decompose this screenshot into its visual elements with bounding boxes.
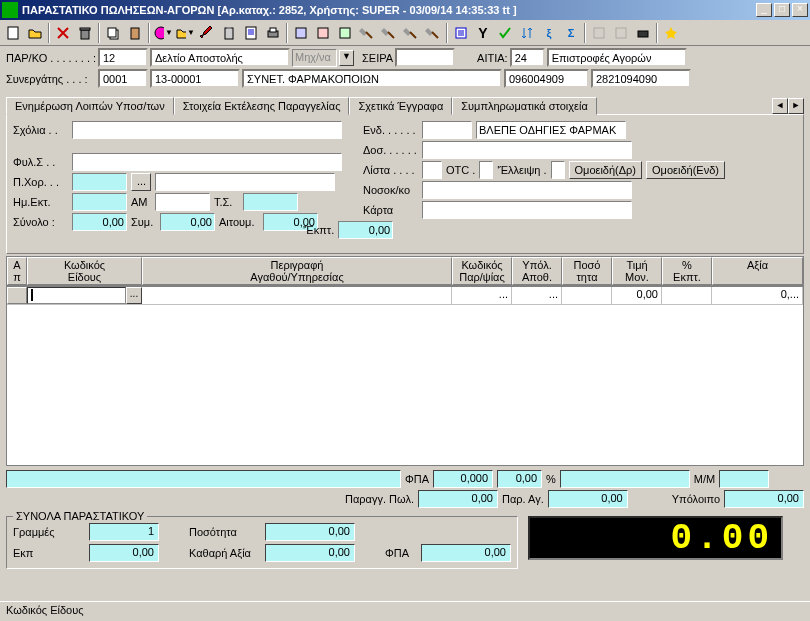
num2-input[interactable] xyxy=(591,69,691,88)
parag-value: 0,00 xyxy=(548,490,628,508)
grid-body[interactable]: ... ... ... 0,00 0,... xyxy=(6,286,804,466)
window-title: ΠΑΡΑΣΤΑΤΙΚΟ ΠΩΛΗΣΕΩΝ-ΑΓΟΡΩΝ [Αρ.καταχ.: … xyxy=(22,4,756,16)
list-icon[interactable] xyxy=(450,22,472,44)
col-timi[interactable]: Τιμή Μον. xyxy=(612,257,662,285)
sigma-icon[interactable]: Σ xyxy=(560,22,582,44)
open-icon[interactable] xyxy=(24,22,46,44)
star-icon[interactable] xyxy=(660,22,682,44)
vlepe-input[interactable] xyxy=(476,121,626,139)
col-pekpt[interactable]: % Εκπτ. xyxy=(662,257,712,285)
svg-rect-9 xyxy=(246,27,256,39)
elleipsi-input[interactable] xyxy=(551,161,565,179)
am-input[interactable] xyxy=(155,193,210,211)
col-perigrafi[interactable]: Περιγραφή Αγαθού/Υπηρεσίας xyxy=(142,257,452,285)
kodikos-lookup[interactable]: ... xyxy=(126,287,142,304)
greek-icon[interactable]: ξ xyxy=(538,22,560,44)
table-row[interactable]: ... ... ... 0,00 0,... xyxy=(7,287,803,305)
ypoloipo-label: Υπόλοιπο xyxy=(672,493,720,505)
sort-icon[interactable] xyxy=(516,22,538,44)
sym-input[interactable] xyxy=(160,213,215,231)
hammer4-icon[interactable] xyxy=(422,22,444,44)
hammer1-icon[interactable] xyxy=(356,22,378,44)
folder-icon[interactable]: ▼ xyxy=(174,22,196,44)
aitia-input[interactable] xyxy=(510,48,545,67)
grid1-icon[interactable] xyxy=(588,22,610,44)
paste-icon[interactable] xyxy=(124,22,146,44)
omoeidi-dr-button[interactable]: Ομοειδή(Δρ) xyxy=(569,161,643,179)
am-label: ΑΜ xyxy=(131,196,151,208)
tool3-icon[interactable] xyxy=(334,22,356,44)
posotita-label: Ποσότητα xyxy=(189,526,259,538)
col-kodikos[interactable]: Κωδικός Είδους xyxy=(27,257,142,285)
grid2-icon[interactable] xyxy=(610,22,632,44)
synolo-input[interactable] xyxy=(72,213,127,231)
minimize-button[interactable]: _ xyxy=(756,3,772,17)
epistrofes-input[interactable] xyxy=(547,48,687,67)
trash-icon[interactable] xyxy=(74,22,96,44)
print2-icon[interactable] xyxy=(632,22,654,44)
hmekt-input[interactable] xyxy=(72,193,127,211)
tab-panel: Σχόλια . . Φυλ.Σ . . Π.Χορ. . . ... Ημ.Ε… xyxy=(6,114,804,254)
end-input[interactable] xyxy=(422,121,472,139)
tab-scroll-left[interactable]: ◄ xyxy=(772,98,788,114)
col-axia[interactable]: Αξία xyxy=(712,257,803,285)
dos-input[interactable] xyxy=(422,141,632,159)
y-icon[interactable]: Y xyxy=(472,22,494,44)
deltio-input[interactable] xyxy=(150,48,290,67)
svg-rect-7 xyxy=(225,28,233,39)
cell-timi: 0,00 xyxy=(612,287,662,304)
fyls-input[interactable] xyxy=(72,153,342,171)
dos-label: Δοσ. . . . . . xyxy=(363,144,418,156)
tab-stoixeia[interactable]: Στοιχεία Εκτέλεσης Παραγγελίας xyxy=(174,97,350,115)
tab-sympliromatika[interactable]: Συμπληρωματικά στοιχεία xyxy=(452,97,597,115)
tool2-icon[interactable] xyxy=(312,22,334,44)
check-icon[interactable] xyxy=(494,22,516,44)
synergatis-code-input[interactable] xyxy=(98,69,148,88)
color-icon[interactable]: ▼ xyxy=(152,22,174,44)
svg-rect-17 xyxy=(616,28,626,38)
parko-input[interactable] xyxy=(98,48,148,67)
ts-input[interactable] xyxy=(243,193,298,211)
tool1-icon[interactable] xyxy=(290,22,312,44)
omoeidi-end-button[interactable]: Ομοειδή(Ενδ) xyxy=(646,161,725,179)
delete-icon[interactable] xyxy=(52,22,74,44)
copy-icon[interactable] xyxy=(102,22,124,44)
col-kodpar[interactable]: Κωδικός Παρ/ψίας xyxy=(452,257,512,285)
mm-label: Μ/Μ xyxy=(694,473,715,485)
mhx-dropdown[interactable]: ▼ xyxy=(339,50,354,66)
ekp-label: Εκπ xyxy=(13,547,83,559)
otc-input[interactable] xyxy=(479,161,493,179)
maximize-button[interactable]: □ xyxy=(774,3,790,17)
lista-input[interactable] xyxy=(422,161,442,179)
status-bar: Κωδικός Είδους xyxy=(0,601,810,621)
svg-rect-1 xyxy=(81,30,89,39)
printer-icon[interactable] xyxy=(262,22,284,44)
synergatis-code2-input[interactable] xyxy=(150,69,240,88)
num1-input[interactable] xyxy=(504,69,589,88)
karta-input[interactable] xyxy=(422,201,632,219)
pxor-lookup[interactable]: ... xyxy=(131,173,151,191)
hammer3-icon[interactable] xyxy=(400,22,422,44)
hammer2-icon[interactable] xyxy=(378,22,400,44)
synet-input[interactable] xyxy=(242,69,502,88)
nosokko-input[interactable] xyxy=(422,181,632,199)
grammes-label: Γραμμές xyxy=(13,526,83,538)
pencil-icon[interactable] xyxy=(196,22,218,44)
ekpt-input[interactable] xyxy=(338,221,393,239)
sxolia-input[interactable] xyxy=(72,121,342,139)
synergatis-label: Συνεργάτης . . . : xyxy=(6,73,96,85)
pxor-input[interactable] xyxy=(72,173,127,191)
col-poso[interactable]: Ποσό τητα xyxy=(562,257,612,285)
clipboard-icon[interactable] xyxy=(218,22,240,44)
close-button[interactable]: × xyxy=(792,3,808,17)
tab-enimerosi[interactable]: Ενημέρωση Λοιπών Υποσ/των xyxy=(6,97,174,115)
tab-scroll-right[interactable]: ► xyxy=(788,98,804,114)
new-icon[interactable] xyxy=(2,22,24,44)
pxor-desc[interactable] xyxy=(155,173,335,191)
col-ap[interactable]: Α π xyxy=(7,257,27,285)
col-ypol[interactable]: Υπόλ. Αποθ. xyxy=(512,257,562,285)
doc-icon[interactable] xyxy=(240,22,262,44)
grammes-value: 1 xyxy=(89,523,159,541)
tab-sxetika[interactable]: Σχετικά Έγγραφα xyxy=(349,97,452,115)
seira-input[interactable] xyxy=(395,48,455,67)
